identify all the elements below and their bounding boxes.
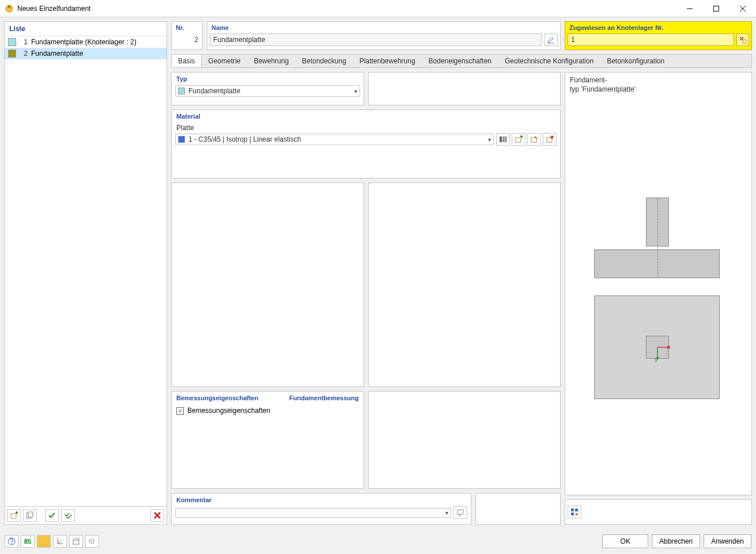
list-header: Liste [5, 22, 167, 36]
close-button[interactable] [729, 0, 756, 17]
svg-line-15 [740, 37, 743, 40]
nr-label: Nr. [172, 22, 202, 33]
svg-rect-34 [571, 513, 574, 515]
svg-line-41 [58, 540, 61, 544]
svg-point-0 [6, 5, 13, 12]
kommentar-header: Kommentar [172, 494, 471, 506]
plate-material-value: 1 - C35/45 | Isotrop | Linear elastisch [188, 135, 488, 143]
chevron-down-icon: ▾ [488, 136, 491, 143]
svg-rect-16 [743, 40, 746, 43]
kommentar-button[interactable] [453, 506, 467, 519]
svg-line-12 [154, 513, 160, 518]
foundation-design-link[interactable]: Fundamentbemessung [285, 392, 363, 404]
svg-rect-1 [8, 5, 10, 8]
units-button[interactable]: 0.00 [21, 535, 35, 548]
typ-panel: Typ Fundamentplatte ▾ [171, 72, 364, 105]
kommentar-panel: Kommentar ▾ [171, 493, 471, 525]
item-swatch [8, 50, 16, 58]
script-button[interactable] [85, 535, 99, 548]
material-panel: Material Platte 1 - C35/45 | Isotrop | L… [171, 109, 561, 179]
assigned-panel: Zugewiesen an Knotenlager Nr. [565, 21, 752, 50]
tab-geometrie[interactable]: Geometrie [202, 55, 247, 67]
tab-bewehrung[interactable]: Bewehrung [247, 55, 296, 67]
svg-line-25 [551, 136, 553, 138]
svg-rect-3 [714, 6, 719, 11]
tab-bodeneigenschaften[interactable]: Bodeneigenschaften [422, 55, 498, 67]
typ-swatch [178, 88, 185, 94]
svg-rect-17 [500, 136, 502, 142]
nr-value: 2 [172, 33, 202, 46]
tab-betondeckung[interactable]: Betondeckung [296, 55, 353, 67]
tab-betonkonfiguration[interactable]: Betonkonfiguration [600, 55, 671, 67]
design-panel: Bemessungseigenschaften Fundamentbemessu… [171, 391, 364, 489]
chevron-down-icon: ▾ [354, 88, 357, 94]
svg-rect-33 [575, 509, 578, 511]
nr-panel: Nr. 2 [171, 21, 203, 50]
preview-settings-button[interactable] [568, 506, 581, 518]
tab-geotechnische-konfiguration[interactable]: Geotechnische Konfiguration [498, 55, 600, 67]
material-library-button[interactable] [496, 133, 510, 146]
cancel-button[interactable]: Abbrechen [652, 534, 700, 548]
material-edit-button[interactable] [527, 133, 541, 146]
preview-text: Fundament-typ 'Fundamentplatte' [565, 73, 751, 97]
minimize-button[interactable] [676, 0, 703, 17]
name-edit-button[interactable] [544, 33, 558, 46]
tab-plattenbewehrung[interactable]: Plattenbewehrung [353, 55, 422, 67]
assigned-label: Zugewiesen an Knotenlager Nr. [565, 22, 751, 33]
empty-panel-1 [368, 72, 561, 105]
svg-rect-19 [505, 136, 506, 142]
check-all-button[interactable] [61, 509, 75, 522]
assigned-pick-button[interactable] [736, 33, 749, 46]
design-chk-label: Bemessungseigenschaften [187, 407, 270, 415]
view-button[interactable] [69, 535, 83, 548]
axis-button[interactable] [53, 535, 67, 548]
plate-label: Platte [172, 123, 560, 133]
svg-rect-9 [27, 513, 31, 518]
svg-rect-23 [531, 138, 536, 142]
color-button[interactable] [37, 535, 51, 548]
item-label: Fundamentplatte [31, 50, 83, 58]
kommentar-combo[interactable]: ▾ [175, 508, 451, 518]
name-panel: Name [207, 21, 561, 50]
list-toolbar [5, 506, 167, 524]
typ-combo[interactable]: Fundamentplatte ▾ [175, 85, 360, 97]
svg-rect-20 [516, 138, 521, 142]
new-item-button[interactable] [7, 509, 21, 522]
design-header: Bemessungseigenschaften [172, 392, 263, 404]
tab-basis[interactable]: Basis [172, 55, 202, 67]
maximize-button[interactable] [703, 0, 729, 17]
ok-button[interactable]: OK [602, 534, 648, 548]
help-button[interactable]: ? [5, 535, 18, 548]
item-index: 1 [20, 38, 28, 46]
list-item[interactable]: 1 Fundamentplatte (Knotenlager : 2) [5, 36, 167, 48]
list-item[interactable]: 2 Fundamentplatte [5, 48, 167, 59]
material-new-button[interactable] [512, 133, 526, 146]
tab-bar: BasisGeometrieBewehrungBetondeckungPlatt… [171, 54, 752, 68]
name-input[interactable] [210, 33, 542, 46]
svg-line-26 [551, 136, 553, 138]
bottom-bar: ? 0.00 OK Abbrechen Anwenden [0, 529, 756, 554]
material-delete-button[interactable] [543, 133, 557, 146]
material-swatch [178, 136, 185, 143]
copy-item-button[interactable] [23, 509, 37, 522]
preview-slab-elev [594, 249, 720, 278]
app-icon [5, 4, 14, 13]
svg-rect-6 [11, 514, 16, 518]
svg-rect-27 [458, 510, 463, 514]
preview-panel: Fundament-typ 'Fundamentplatte' x y [565, 72, 752, 495]
empty-panel-5 [475, 493, 561, 525]
item-index: 2 [20, 50, 28, 58]
assigned-input[interactable] [568, 33, 734, 46]
window-title: Neues Einzelfundament [17, 5, 676, 13]
design-checkbox[interactable]: ✓ [176, 407, 184, 415]
plate-material-combo[interactable]: 1 - C35/45 | Isotrop | Linear elastisch … [175, 134, 494, 145]
delete-button[interactable] [150, 509, 164, 522]
preview-canvas: x y [568, 100, 749, 492]
check-single-button[interactable] [45, 509, 59, 522]
svg-line-5 [740, 6, 746, 12]
chevron-down-icon: ▾ [445, 510, 448, 516]
apply-button[interactable]: Anwenden [704, 534, 751, 548]
svg-line-14 [740, 37, 743, 40]
svg-rect-37 [24, 539, 31, 544]
svg-rect-10 [28, 512, 33, 517]
